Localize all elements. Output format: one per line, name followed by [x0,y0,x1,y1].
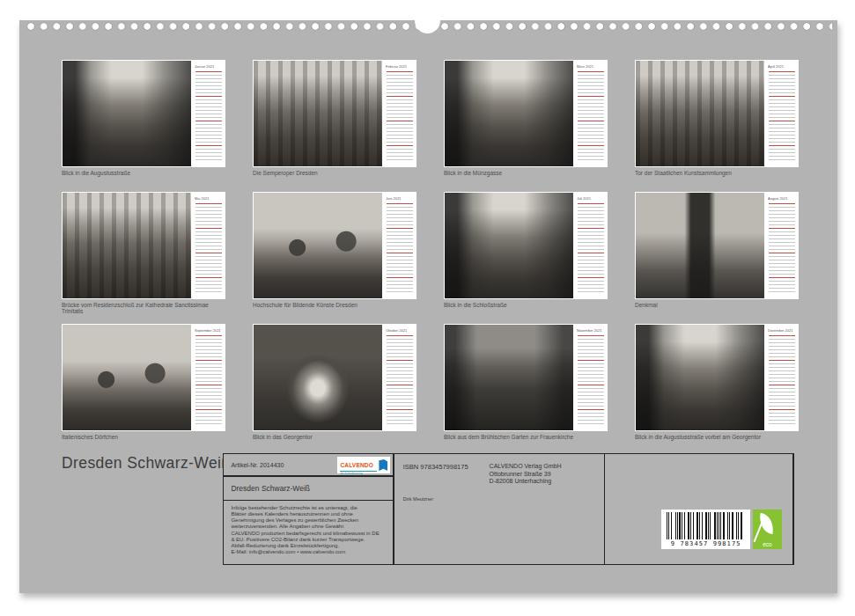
month-label: März 2021 [574,61,607,70]
month-caption: Blick in die Münzgasse [444,170,608,176]
legal-line: Genehmigung des Verlages zu gewerblichen… [231,517,389,524]
day-lines [769,203,795,293]
day-lines [578,203,604,293]
calendar-pad: August 2021 [765,193,798,298]
calendar-pad: Februar 2021 [383,61,416,166]
isbn-number: ISBN 9783457998175 [403,463,468,485]
eco-logo: eco [753,510,782,549]
day-lines [387,71,413,161]
eco-label: eco [763,541,771,547]
publisher-street: Ottobrunner Straße 39 [490,471,562,478]
calendar-pad: Dezember 2021 [765,325,798,430]
product-title-row: Dresden Schwarz-Weiß [224,477,393,500]
calendar-back-page: Januar 2021 Blick in die Augustusstraße … [19,20,837,593]
month-caption: Blick in das Georgentor [253,434,416,440]
month-caption: Die Semperoper Dresden [253,170,416,176]
month-label: August 2021 [765,193,798,202]
article-number-row: Artikel-Nr. 2014430 CALVENDO der Kalende… [224,454,393,475]
photographer-name: Dirk Meutzner [403,496,599,502]
day-lines [769,335,795,425]
isbn-publisher-box: ISBN 9783457998175 CALVENDO Verlag GmbH … [394,454,604,563]
info-left-column: Artikel-Nr. 2014430 CALVENDO der Kalende… [224,454,393,563]
day-lines [195,71,222,161]
month-photo [636,193,764,298]
month-card-january: Januar 2021 Blick in die Augustusstraße [62,60,225,192]
day-lines [195,203,222,293]
month-photo [254,61,382,166]
day-lines [387,335,413,425]
barcode-box: 9 783457 998175 eco [605,454,792,563]
legal-line: Blätter dieses Kalenders herauszutrennen… [231,511,389,517]
month-card-october: Oktober 2021 Blick in das Georgentor [253,324,416,456]
month-card-april: April 2021 Tor der Staatlichen Kunstsamm… [635,60,799,192]
month-card-august: August 2021 Denkmal [635,192,799,324]
month-label: Januar 2021 [192,61,225,70]
day-lines [387,203,413,293]
publisher-city: D-82008 Unterhaching [490,478,562,485]
calendar-pad: Oktober 2021 [383,325,416,430]
month-photo [254,193,382,298]
publisher-address: CALVENDO Verlag GmbH Ottobrunner Straße … [490,463,562,485]
calendar-pad: September 2021 [192,325,225,430]
product-title: Dresden Schwarz-Weiß [231,484,310,493]
month-card-june: Juni 2021 Hochschule für Bildende Künste… [253,192,416,324]
month-label: November 2021 [574,325,607,334]
month-card-november: November 2021 Blick aus dem Brühlschen G… [444,324,608,456]
month-photo [63,193,191,298]
legal-line: E-Mail: info@calvendo.com • www.calvendo… [231,549,389,555]
month-label: Februar 2021 [383,61,416,70]
calendar-pad: Juni 2021 [383,193,416,298]
month-caption: Blick aus dem Brühlschen Garten zur Frau… [444,434,608,440]
calvendo-logo-wordmark: CALVENDO [340,462,373,468]
month-card-february: Februar 2021 Die Semperoper Dresden [253,60,416,192]
hanger-notch [415,8,440,33]
month-caption: Brücke vom Residenzschloß zur Kathedrale… [62,302,225,315]
month-photo [445,61,573,166]
month-card-may: Mai 2021 Brücke vom Residenzschloß zur K… [62,192,225,324]
calendar-pad: November 2021 [574,325,607,430]
legal-line: CALVENDO produziert bedarfsgerecht und k… [231,531,389,537]
product-info-table: Artikel-Nr. 2014430 CALVENDO der Kalende… [223,453,794,565]
calvendo-logo-subtext: der Kalenderverlag [340,471,377,475]
month-card-march: März 2021 Blick in die Münzgasse [444,60,608,192]
day-lines [578,335,604,425]
month-label: Dezember 2021 [765,325,798,334]
month-card-july: Juli 2021 Blick in die Schloßstraße [444,192,608,324]
month-photo [63,325,191,430]
page-title: Dresden Schwarz-Weiß [62,454,231,473]
month-caption: Blick in die Schloßstraße [444,302,608,308]
month-caption: Italienisches Dörfchen [62,434,225,440]
month-photo [636,61,764,166]
month-photo [445,193,573,298]
calendar-pad: April 2021 [765,61,798,166]
month-caption: Hochschule für Bildende Künste Dresden [253,302,416,308]
publisher-name: CALVENDO Verlag GmbH [490,463,562,470]
ean-barcode: 9 783457 998175 [661,510,750,549]
legal-line: Infolge bestehender Schutzrechte ist es … [231,505,389,511]
month-label: Mai 2021 [192,193,225,202]
month-thumbnails-grid: Januar 2021 Blick in die Augustusstraße … [62,60,799,456]
calvendo-logo: CALVENDO der Kalenderverlag [337,457,390,473]
day-lines [578,71,604,161]
month-label: September 2021 [192,325,225,334]
legal-line: & EU. Positivere CO2-Bilanz dank kurzer … [231,537,389,543]
calendar-pad: Juli 2021 [574,193,607,298]
month-label: Oktober 2021 [383,325,416,334]
month-label: April 2021 [765,61,798,70]
barcode-bars [667,512,745,539]
month-caption: Denkmal [635,302,799,308]
month-caption: Blick in die Augustusstraße [62,170,225,176]
legal-line: Abfall-Reduzierung dank Einzelstückferti… [231,543,389,549]
calvendo-flag-icon [379,459,387,471]
article-number: Artikel-Nr. 2014430 [231,462,284,468]
legal-notice-box: Infolge bestehender Schutzrechte ist es … [224,501,393,563]
calendar-pad: März 2021 [574,61,607,166]
month-photo [63,61,191,166]
legal-line: weiterzuverwenden. Alle Angaben ohne Gew… [231,524,389,530]
month-card-september: September 2021 Italienisches Dörfchen [62,324,225,456]
month-photo [636,325,764,430]
leaf-stem [754,517,765,541]
month-photo [445,325,573,430]
month-caption: Blick in die Augustusstraße vorbei am Ge… [635,434,799,440]
month-card-december: Dezember 2021 Blick in die Augustusstraß… [635,324,799,456]
